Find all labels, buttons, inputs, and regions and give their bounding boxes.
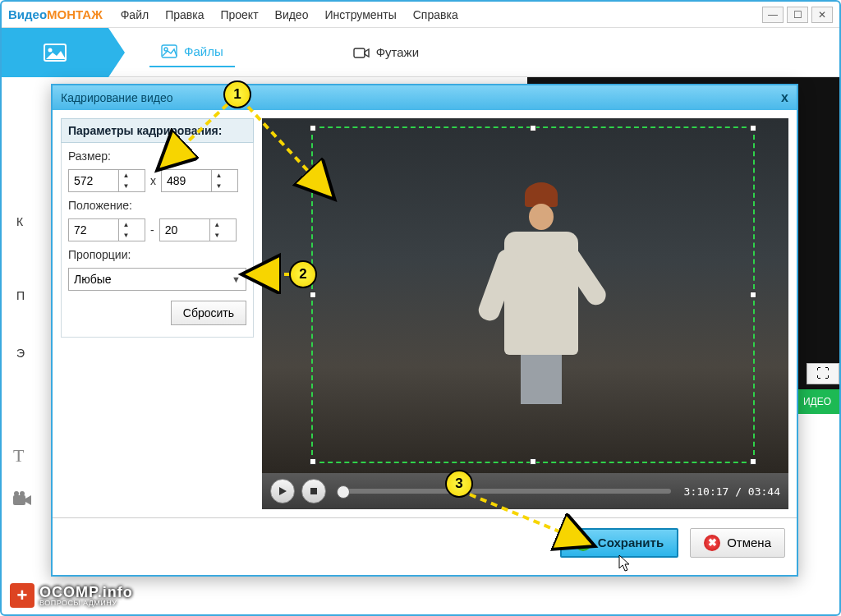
crop-rectangle[interactable]: [311, 126, 755, 463]
posy-down[interactable]: ▼: [210, 230, 224, 241]
side-letter-1: К: [16, 215, 23, 228]
handle-sw[interactable]: [310, 458, 316, 465]
side-letter-2: П: [16, 289, 25, 302]
save-label: Сохранить: [598, 536, 664, 549]
posx-down[interactable]: ▼: [119, 230, 133, 241]
svg-rect-5: [13, 495, 25, 505]
tab-footage[interactable]: Футажи: [342, 39, 430, 67]
position-label: Положение:: [68, 199, 246, 212]
sidebar-tab-media[interactable]: [2, 28, 108, 77]
left-tool-column: T: [13, 445, 33, 513]
play-button[interactable]: [270, 479, 295, 503]
save-button[interactable]: ✔ Сохранить: [560, 528, 678, 558]
menu-video[interactable]: Видео: [275, 8, 309, 21]
title-bar: ВидеоМОНТАЖ Файл Правка Проект Видео Инс…: [2, 2, 839, 28]
height-down[interactable]: ▼: [212, 181, 226, 191]
preview-pane: 3:10:17 / 03:44: [262, 118, 788, 509]
menu-file[interactable]: Файл: [121, 8, 149, 21]
handle-n[interactable]: [530, 125, 536, 131]
video-badge[interactable]: ИДЕО: [795, 389, 839, 414]
image-icon: [44, 44, 67, 62]
posy-spinner[interactable]: ▲▼: [159, 218, 237, 241]
cancel-icon: ✖: [704, 535, 720, 551]
svg-rect-4: [354, 48, 365, 57]
menu-help[interactable]: Справка: [413, 8, 458, 21]
posx-up[interactable]: ▲: [119, 219, 133, 230]
stop-icon: [309, 486, 319, 496]
picture-icon: [161, 44, 177, 59]
watermark-site: OCOMP.info: [39, 585, 133, 600]
menu-project[interactable]: Проект: [220, 8, 258, 21]
handle-ne[interactable]: [750, 125, 756, 131]
handle-s[interactable]: [530, 458, 536, 465]
cancel-button[interactable]: ✖ Отмена: [690, 528, 785, 558]
menu-tools[interactable]: Инструменты: [324, 8, 396, 21]
svg-point-3: [164, 48, 168, 51]
close-button[interactable]: ✕: [811, 7, 833, 23]
minimize-button[interactable]: —: [762, 7, 784, 23]
size-separator: x: [150, 174, 156, 187]
window-controls: — ☐ ✕: [762, 7, 833, 23]
handle-nw[interactable]: [310, 125, 316, 131]
svg-point-7: [20, 491, 25, 496]
tab-files[interactable]: Файлы: [149, 38, 235, 67]
ratio-select[interactable]: Любые ▼: [68, 268, 246, 291]
callout-2: 2: [289, 260, 317, 288]
ratio-value: Любые: [74, 273, 112, 286]
main-menu: Файл Правка Проект Видео Инструменты Спр…: [121, 8, 458, 21]
height-up[interactable]: ▲: [212, 170, 226, 181]
posy-up[interactable]: ▲: [210, 219, 224, 230]
callout-3: 3: [445, 470, 473, 498]
mouse-cursor: [618, 554, 631, 572]
cancel-label: Отмена: [727, 536, 771, 549]
width-spinner[interactable]: ▲▼: [68, 169, 145, 192]
tab-footage-label: Футажи: [376, 45, 419, 59]
menu-edit[interactable]: Правка: [165, 8, 204, 21]
posx-input[interactable]: [69, 223, 118, 237]
height-spinner[interactable]: ▲▼: [161, 169, 238, 192]
width-input[interactable]: [69, 174, 118, 187]
seek-track[interactable]: [339, 489, 671, 494]
crop-dialog: Кадрирование видео x Параметры кадрирова…: [51, 84, 798, 577]
pos-separator: -: [150, 223, 154, 237]
play-icon: [278, 486, 287, 496]
fullscreen-button[interactable]: ⛶: [807, 363, 839, 384]
callout-1: 1: [223, 80, 251, 108]
playback-bar: 3:10:17 / 03:44: [262, 473, 788, 509]
stop-button[interactable]: [301, 479, 326, 503]
camcorder-icon: [13, 491, 33, 508]
side-letter-3: Э: [16, 347, 25, 360]
panel-heading: Параметры кадрирования:: [61, 118, 254, 143]
handle-se[interactable]: [750, 458, 756, 465]
height-input[interactable]: [162, 174, 211, 187]
handle-w[interactable]: [310, 292, 316, 298]
right-toolbar: ⛶ ИДЕО: [795, 363, 839, 414]
width-up[interactable]: ▲: [119, 170, 133, 181]
preview-image[interactable]: [262, 118, 788, 473]
handle-e[interactable]: [750, 292, 756, 298]
camera-tool[interactable]: [13, 491, 33, 513]
chevron-down-icon: ▼: [232, 274, 241, 284]
camera-icon: [353, 45, 370, 60]
dialog-footer: ✔ Сохранить ✖ Отмена: [53, 517, 797, 567]
width-down[interactable]: ▼: [119, 181, 133, 191]
svg-point-6: [14, 491, 19, 496]
dialog-title-text: Кадрирование видео: [61, 91, 173, 104]
svg-point-1: [48, 48, 53, 52]
posx-spinner[interactable]: ▲▼: [68, 218, 145, 241]
check-icon: ✔: [575, 535, 591, 551]
app-title: ВидеоМОНТАЖ: [8, 7, 103, 21]
time-display: 3:10:17 / 03:44: [684, 485, 780, 498]
tab-files-label: Файлы: [184, 44, 223, 58]
dialog-close-button[interactable]: x: [781, 90, 788, 105]
reset-button[interactable]: Сбросить: [171, 301, 246, 325]
tab-row: Файлы Футажи: [2, 28, 839, 77]
size-label: Размер:: [68, 149, 246, 163]
maximize-button[interactable]: ☐: [787, 7, 808, 23]
dialog-titlebar[interactable]: Кадрирование видео x: [53, 85, 797, 110]
text-tool[interactable]: T: [13, 445, 33, 467]
watermark-icon: +: [10, 583, 34, 608]
ratio-label: Пропорции:: [68, 248, 246, 261]
svg-rect-8: [310, 488, 317, 494]
posy-input[interactable]: [160, 223, 209, 237]
